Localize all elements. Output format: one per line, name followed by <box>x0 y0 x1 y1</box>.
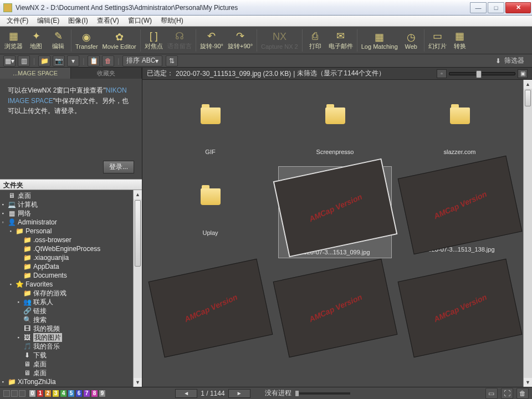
tree-item[interactable]: 📁.oss-browser <box>0 236 142 244</box>
trash-button[interactable]: 🗑 <box>516 388 529 399</box>
rating-labels[interactable]: 0123456789 <box>29 390 106 397</box>
tree-item[interactable]: ▪📁Personal <box>0 227 142 236</box>
toolbar-log-matching[interactable]: ▦Log Matching <box>359 28 400 53</box>
tree-item[interactable]: ▪📁XiTongZhiJia <box>0 377 142 386</box>
tree-item[interactable]: 🎞我的视频 <box>0 324 142 333</box>
image-thumb[interactable]: AMCap Version <box>403 269 516 347</box>
rating-0[interactable]: 0 <box>29 390 36 397</box>
tree-item[interactable]: ▪👥联系人 <box>0 298 142 306</box>
tab-favorites[interactable]: 收藏夹 <box>71 68 142 79</box>
prev-button[interactable]: ◄ <box>175 389 197 398</box>
sort-button[interactable]: 排序 ABC ▾ <box>122 55 162 66</box>
tree-scrollbar[interactable]: ▲▼ <box>133 190 142 387</box>
image-thumb[interactable]: AMCap Version2020-07-3...1513_138.jpg <box>403 166 516 258</box>
toolbar-movie-editor[interactable]: ✿Movie Editor <box>100 28 139 53</box>
view-large-button[interactable]: ▣ <box>518 69 528 78</box>
toolbar--[interactable]: ✉电子邮件 <box>326 28 355 53</box>
rating-3[interactable]: 3 <box>52 390 59 397</box>
rating-9[interactable]: 9 <box>99 390 106 397</box>
menu-item[interactable]: 窗口(W) <box>124 15 156 27</box>
rating-5[interactable]: 5 <box>68 390 75 397</box>
toolbar--[interactable]: ▦浏览器 <box>2 28 25 53</box>
rating-4[interactable]: 4 <box>60 390 67 397</box>
toolbar-web[interactable]: ◷Web <box>400 28 422 53</box>
rating-2[interactable]: 2 <box>44 390 52 397</box>
fullscreen-button[interactable]: ⛶ <box>501 388 513 399</box>
tree-item[interactable]: 🔗链接 <box>0 306 142 315</box>
tree-item[interactable]: ⬇下载 <box>0 351 142 360</box>
sort-dir-button[interactable]: ⇅ <box>166 55 178 66</box>
toggle-a-button[interactable]: ▭ <box>485 388 498 399</box>
folder-button[interactable]: 📁 <box>38 55 50 66</box>
toolbar--[interactable]: ⎙打印 <box>304 28 326 53</box>
tree-item[interactable]: ▪▦网络 <box>0 209 142 218</box>
maximize-button[interactable]: □ <box>488 2 504 13</box>
tree-item[interactable]: 🖥桌面 <box>0 369 142 377</box>
content-panel: 已选定： 2020-07-30_111513_099.jpg (23.0 KB)… <box>142 68 532 387</box>
tree-item[interactable]: ▪💻计算机 <box>0 200 142 209</box>
toolbar--: ☊语音留言 <box>165 28 194 53</box>
view-small-button[interactable]: ▫ <box>437 69 447 78</box>
camera-button[interactable]: 📷 <box>53 55 65 66</box>
close-button[interactable]: ✕ <box>505 2 531 13</box>
menu-item[interactable]: 文件(F) <box>2 15 33 27</box>
folder-thumb[interactable]: slazzer.com <box>403 85 516 155</box>
progress-slider[interactable] <box>295 392 350 395</box>
image-thumb[interactable]: AMCap Version <box>154 269 267 347</box>
rating-8[interactable]: 8 <box>91 390 98 397</box>
tree-item[interactable]: 🎵我的音乐 <box>0 342 142 351</box>
toolbar--[interactable]: ✎编辑 <box>47 28 69 53</box>
rating-6[interactable]: 6 <box>75 390 83 397</box>
minimize-button[interactable]: — <box>470 2 487 13</box>
tree-item[interactable]: 📁保存的游戏 <box>0 289 142 298</box>
menu-item[interactable]: 编辑(E) <box>33 15 64 27</box>
thumbnail-area: GIFScreenpressoslazzer.comUplayAMCap Ver… <box>142 80 532 387</box>
download-icon: ⬇ <box>495 57 501 65</box>
toolbar--[interactable]: ✦地图 <box>25 28 47 53</box>
folder-tree: 🖥桌面▪💻计算机▪▦网络▫👤Administrator▪📁Personal📁.o… <box>0 190 142 387</box>
login-button[interactable]: 登录... <box>103 161 134 173</box>
content-header: 已选定： 2020-07-30_111513_099.jpg (23.0 KB)… <box>142 68 532 80</box>
tree-item[interactable]: ▪🖼我的图片 <box>0 333 142 342</box>
menu-item[interactable]: 图像(I) <box>64 15 92 27</box>
rating-1[interactable]: 1 <box>37 390 44 397</box>
layout-squares[interactable] <box>3 390 25 397</box>
image-thumb[interactable]: AMCap Version <box>278 269 392 347</box>
selected-file: 2020-07-30_111513_099.jpg (23.0 KB) <box>176 70 291 78</box>
next-button[interactable]: ► <box>228 389 250 398</box>
menu-item[interactable]: 帮助(H) <box>156 15 188 27</box>
paste-button[interactable]: 📋 <box>88 55 100 66</box>
bottom-bar: 0123456789 ◄ 1 / 1144 ► 没有进程 ▭ ⛶ 🗑 <box>0 387 532 399</box>
folder-thumb[interactable]: Uplay <box>154 166 267 258</box>
folder-thumb[interactable]: Screenpresso <box>278 85 392 155</box>
toolbar--[interactable]: ▦转换 <box>449 28 471 53</box>
filter-button[interactable]: ⬇ 筛选器 <box>491 55 529 66</box>
view-thumb-button[interactable]: ▥ <box>18 55 30 66</box>
rating-7[interactable]: 7 <box>83 390 90 397</box>
folder-thumb[interactable]: GIF <box>154 85 267 155</box>
toolbar-transfer[interactable]: ◉Transfer <box>73 28 100 53</box>
tree-item[interactable]: 📁.QtWebEngineProcess <box>0 244 142 253</box>
image-thumb[interactable]: AMCap Version2020-07-3...1513_099.jpg <box>278 166 392 258</box>
image-space-info: 可以在ViewNX 2窗口中直接查看"NIKON IMAGE SPACE"中保存… <box>0 79 142 161</box>
tree-item[interactable]: 🖥桌面 <box>0 360 142 369</box>
thumbs-scrollbar[interactable]: ▲▼ <box>523 80 532 387</box>
tree-item[interactable]: 📁Documents <box>0 271 142 280</box>
toolbar--[interactable]: [ ]对焦点 <box>142 28 165 53</box>
toolbar--90-[interactable]: ↷旋转+90° <box>226 28 255 53</box>
menu-item[interactable]: 查看(V) <box>93 15 124 27</box>
delete-button[interactable]: 🗑 <box>102 55 114 66</box>
dropdown-button[interactable]: ▾ <box>67 55 79 66</box>
tree-item[interactable]: 📁AppData <box>0 262 142 271</box>
view-grid-button[interactable]: ▦▾ <box>3 55 16 66</box>
toolbar--[interactable]: ▭幻灯片 <box>426 28 449 53</box>
toolbar--90-[interactable]: ↶旋转-90° <box>198 28 226 53</box>
zoom-slider[interactable] <box>449 72 515 75</box>
tree-item[interactable]: 🖥桌面 <box>0 191 142 200</box>
tab-image-space[interactable]: ...MAGE SPACE <box>0 68 71 79</box>
tree-item[interactable]: ▫👤Administrator <box>0 218 142 227</box>
tree-item[interactable]: 🔍搜索 <box>0 315 142 324</box>
tree-item[interactable]: ▪⭐Favorites <box>0 280 142 289</box>
folders-header: 文件夹 <box>0 179 142 190</box>
tree-item[interactable]: 📁.xiaoguanjia <box>0 253 142 262</box>
